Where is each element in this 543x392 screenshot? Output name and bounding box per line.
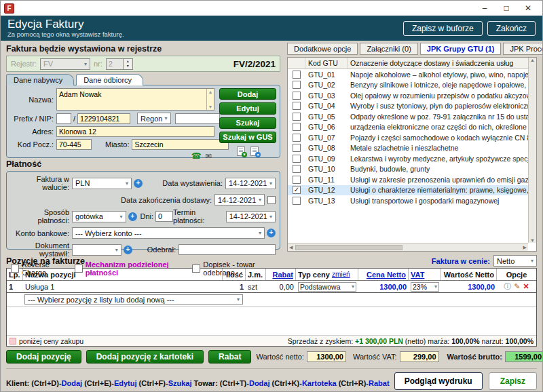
- save-button[interactable]: Zapisz: [489, 372, 537, 390]
- options-tab[interactable]: JPK Procedury (0): [503, 43, 543, 55]
- import-contact-icon[interactable]: ▼: [237, 146, 245, 156]
- gtu-checkbox[interactable]: ✓: [293, 102, 301, 110]
- gtu-row[interactable]: ✓ GTU_02 Benzyny silnikowe i lotnicze, o…: [288, 80, 528, 91]
- invoice-number-stepper[interactable]: 2 ▴▾: [106, 58, 133, 70]
- add-issuer-icon[interactable]: +: [124, 246, 132, 254]
- add-currency-icon[interactable]: +: [134, 179, 143, 188]
- item-edit-icon[interactable]: ✎: [514, 282, 520, 291]
- scroll-down-icon[interactable]: ▼: [530, 238, 535, 243]
- invoice-item-row[interactable]: 1 Usługa 1 1 szt 0,00 Podstawowa▾ 1300,0…: [7, 281, 536, 293]
- nip-prefix-input[interactable]: [56, 113, 71, 124]
- finish-button[interactable]: Zakończ: [487, 21, 536, 36]
- item-net-price[interactable]: 1300,00: [358, 281, 409, 292]
- currency-select[interactable]: PLN▾: [72, 178, 132, 189]
- price-mode-select[interactable]: Netto▾: [493, 255, 537, 267]
- gtu-checkbox[interactable]: ✓: [293, 71, 301, 79]
- gtu-row[interactable]: ✓ GTU_08 Metale szlachetnie i nieszlache…: [288, 143, 528, 154]
- gtu-row[interactable]: ✓ GTU_13 Usługi transportowe i gospodark…: [288, 195, 528, 206]
- regon-select[interactable]: Regon▾: [137, 113, 170, 124]
- tab-recipient-data[interactable]: Dane odbiorcy: [76, 74, 143, 85]
- edit-client-button[interactable]: Edytuj: [219, 102, 276, 114]
- gtu-checkbox[interactable]: ✓: [293, 144, 301, 152]
- stepper-arrows-icon[interactable]: ▴▾: [124, 58, 133, 70]
- buyer-name-field[interactable]: Adam Nowak ▲▼: [56, 88, 214, 111]
- tab-buyer-data[interactable]: Dane nabywcy: [6, 74, 74, 85]
- gtu-checkbox[interactable]: ✓: [293, 113, 301, 121]
- horizontal-scrollbar[interactable]: ◀ ▶: [288, 243, 528, 251]
- days-input[interactable]: [155, 211, 173, 222]
- gtu-checkbox[interactable]: ✓: [293, 165, 301, 173]
- delivery-date-checkbox[interactable]: ✓: [267, 196, 276, 204]
- gtu-row[interactable]: ✓ GTU_06 urządzenia elektroniczne oraz c…: [288, 122, 528, 133]
- bank-account-select[interactable]: --- Wybierz konto ---▾: [72, 227, 265, 239]
- scroll-up-icon[interactable]: ▲: [530, 58, 535, 62]
- change-price-type-link[interactable]: zmień: [332, 271, 350, 278]
- gtu-checkbox[interactable]: ✓: [293, 81, 301, 89]
- gtu-checkbox[interactable]: ✓: [293, 134, 301, 142]
- delivery-date-select[interactable]: 14-12-2021▾: [214, 194, 265, 205]
- search-gus-button[interactable]: Szukaj w GUS: [219, 132, 276, 143]
- add-item-from-catalog-button[interactable]: Dodaj pozycję z kartoteki: [86, 350, 204, 364]
- gtu-row[interactable]: ✓ GTU_04 Wyroby i susz tytoniowy, płyn d…: [288, 101, 528, 112]
- gtu-checkbox[interactable]: ✓: [293, 123, 301, 131]
- contact-card-icon[interactable]: ●: [250, 146, 259, 156]
- gtu-checkbox[interactable]: ✓: [293, 186, 301, 194]
- received-by-input[interactable]: [179, 244, 276, 255]
- gtu-checkbox[interactable]: ✓: [293, 92, 301, 100]
- scroll-right-icon[interactable]: ▶: [523, 245, 527, 250]
- col-net-price-link[interactable]: Cena Netto: [358, 269, 409, 280]
- col-vat-link[interactable]: VAT: [409, 269, 441, 280]
- nip-input[interactable]: [77, 113, 130, 124]
- add-client-button[interactable]: Dodaj: [219, 88, 276, 100]
- scroll-left-icon[interactable]: ◀: [289, 245, 293, 250]
- add-payment-method-icon[interactable]: +: [128, 212, 137, 221]
- gtu-row[interactable]: ✓ GTU_07 Pojazdy i części samochodowe o …: [288, 132, 528, 143]
- gtu-row[interactable]: ✓ GTU_01 Napoje alkoholowe – alkohol ety…: [288, 69, 528, 80]
- options-tab[interactable]: JPK Grupy GTU (1): [420, 43, 502, 55]
- item-picker-select[interactable]: --- Wybierz pozycję z listy lub dodaj no…: [24, 294, 243, 305]
- address-input[interactable]: [56, 126, 214, 137]
- gtu-row[interactable]: ✓ GTU_03 Olej opałowy w rozumieniu przep…: [288, 90, 528, 101]
- item-discount[interactable]: 0,00: [266, 281, 296, 292]
- item-name[interactable]: Usługa 1: [23, 281, 223, 292]
- payment-method-select[interactable]: gotówka▾: [72, 211, 126, 222]
- maximize-icon[interactable]: □: [495, 1, 517, 16]
- minimize-icon[interactable]: –: [474, 1, 495, 16]
- vat-select[interactable]: 23%▾: [411, 282, 439, 292]
- buyer-name-input[interactable]: Adam Nowak: [57, 89, 206, 110]
- gtu-checkbox[interactable]: ✓: [293, 176, 301, 184]
- field-scrollbar[interactable]: ▲▼: [206, 89, 214, 110]
- gtu-row[interactable]: ✓ GTU_11 Usługi w zakresie przenoszenia …: [288, 174, 528, 185]
- gtu-row[interactable]: ✓ GTU_09 Lekarstwa i wyroby medyczne, ar…: [288, 153, 528, 164]
- gtu-row[interactable]: ✓ GTU_12 Usługi o charakterze niemateria…: [288, 185, 528, 196]
- scroll-up-icon[interactable]: ▲: [207, 89, 214, 95]
- add-bank-account-icon[interactable]: +: [267, 229, 276, 237]
- email-icon[interactable]: ✉: [206, 152, 212, 160]
- add-item-button[interactable]: Dodaj pozycję: [6, 350, 81, 364]
- issuer-select[interactable]: ▾: [72, 244, 121, 256]
- options-tab[interactable]: Dodatkowe opcje: [287, 43, 358, 55]
- gtu-checkbox[interactable]: ✓: [293, 155, 301, 163]
- options-tab[interactable]: Załączniki (0): [360, 43, 417, 55]
- issue-date-select[interactable]: 14-12-2021▾: [225, 178, 276, 189]
- scroll-down-icon[interactable]: ▼: [207, 104, 214, 110]
- gtu-checkbox[interactable]: ✓: [293, 197, 301, 205]
- save-buffer-button[interactable]: Zapisz w buforze: [403, 21, 483, 36]
- postal-input[interactable]: [56, 139, 92, 150]
- gtu-row[interactable]: ✓ GTU_05 Odpady określone w poz. 79-91 z…: [288, 111, 528, 122]
- price-type-select[interactable]: Podstawowa▾: [298, 282, 356, 292]
- item-qty[interactable]: 1: [223, 281, 246, 292]
- vertical-scrollbar[interactable]: ▲ ▼: [528, 58, 536, 243]
- register-select[interactable]: FV▾: [40, 58, 90, 70]
- item-delete-icon[interactable]: ✕: [523, 282, 529, 291]
- gtu-row[interactable]: ✓ GTU_10 Budynki, budowle, grunty: [288, 164, 528, 175]
- scrollbar-thumb[interactable]: [295, 245, 402, 250]
- col-discount-link[interactable]: Rabat: [266, 269, 296, 280]
- phone-icon[interactable]: ☎: [191, 152, 202, 160]
- due-date-select[interactable]: 14-12-2021▾: [226, 211, 276, 222]
- search-client-button[interactable]: Szukaj: [219, 117, 276, 129]
- item-info-icon[interactable]: ⓘ: [504, 281, 511, 292]
- print-preview-button[interactable]: Podgląd wydruku: [394, 372, 483, 390]
- city-input[interactable]: [132, 139, 229, 150]
- regon-input[interactable]: [175, 113, 220, 124]
